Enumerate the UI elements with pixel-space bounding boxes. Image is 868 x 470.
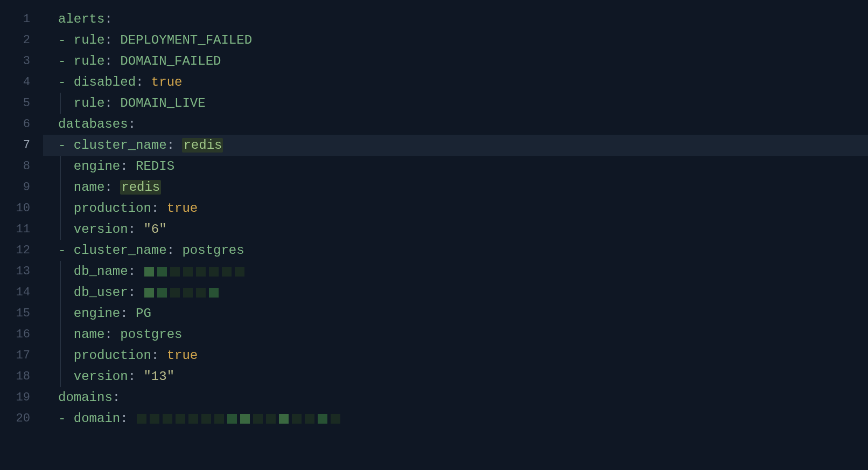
code-line[interactable]: engine: PG [43,303,868,324]
token-match: redis [182,138,223,153]
token-dash: - [58,33,74,47]
line-number: 9 [0,177,43,198]
code-line[interactable]: production: true [43,345,868,366]
code-line[interactable]: domains: [43,387,868,408]
indent-guide [60,282,61,303]
code-area[interactable]: alerts:- rule: DEPLOYMENT_FAILED- rule: … [43,0,868,470]
token-value: postgres [120,327,182,342]
line-number: 6 [0,114,43,135]
token-value: REDIS [136,159,174,174]
indent-guide [60,177,61,198]
token-colon: : [136,75,151,89]
token-key: engine [74,306,120,321]
token-key: rule [74,96,105,110]
line-number: 2 [0,30,43,51]
token-key: rule [74,33,105,47]
line-number: 18 [0,366,43,387]
line-number: 20 [0,408,43,429]
redacted-value [144,288,219,298]
indent-guide [60,345,61,366]
code-line[interactable]: db_name: [43,261,868,282]
token-colon: : [167,138,183,153]
token-colon: : [128,264,144,279]
token-dash: - [58,75,74,89]
code-line[interactable]: - disabled: true [43,72,868,93]
redacted-value [137,414,340,424]
token-bool: true [167,201,198,216]
token-colon: : [113,390,120,405]
token-colon: : [104,12,112,26]
code-line[interactable]: - cluster_name: redis [43,135,868,156]
token-colon: : [104,96,120,110]
token-key: production [74,348,151,363]
redacted-value [144,267,244,277]
token-key: cluster_name [74,138,167,153]
token-key: name [74,327,105,342]
token-key: databases [58,117,128,132]
token-colon: : [128,369,144,384]
token-colon: : [167,243,183,258]
indent-guide [60,198,61,219]
token-key: disabled [74,75,136,89]
indent-guide [60,303,61,324]
line-number: 19 [0,387,43,408]
line-number: 3 [0,51,43,72]
token-colon: : [128,117,136,132]
token-value: postgres [182,243,244,258]
line-number-gutter: 1234567891011121314151617181920 [0,0,43,470]
token-colon: : [104,33,120,47]
token-colon: : [120,306,136,321]
token-match: redis [120,180,161,195]
line-number: 8 [0,156,43,177]
code-line[interactable]: db_user: [43,282,868,303]
token-string: "6" [143,222,166,237]
token-bool: true [167,348,198,363]
code-line[interactable]: version: "6" [43,219,868,240]
line-number: 4 [0,72,43,93]
token-key: domain [74,411,120,426]
indent-guide [60,261,61,282]
token-colon: : [128,222,144,237]
code-line[interactable]: name: redis [43,177,868,198]
token-colon: : [151,348,167,363]
indent-guide [60,156,61,177]
code-line[interactable]: - rule: DEPLOYMENT_FAILED [43,30,868,51]
token-key: engine [74,159,120,174]
line-number: 10 [0,198,43,219]
token-colon: : [104,327,120,342]
line-number: 1 [0,9,43,30]
line-number: 14 [0,282,43,303]
token-key: rule [74,54,105,68]
token-value: DOMAIN_LIVE [120,96,205,110]
code-line[interactable]: - rule: DOMAIN_FAILED [43,51,868,72]
code-editor[interactable]: 1234567891011121314151617181920 alerts:-… [0,0,868,470]
code-line[interactable]: version: "13" [43,366,868,387]
code-line[interactable]: production: true [43,198,868,219]
token-key: cluster_name [74,243,167,258]
line-number: 16 [0,324,43,345]
token-colon: : [120,159,136,174]
token-value: DEPLOYMENT_FAILED [120,33,252,47]
token-value: DOMAIN_FAILED [120,54,221,68]
code-line[interactable]: alerts: [43,9,868,30]
code-line[interactable]: - cluster_name: postgres [43,240,868,261]
code-line[interactable]: rule: DOMAIN_LIVE [43,93,868,114]
code-line[interactable]: - domain: [43,408,868,429]
indent-guide [60,366,61,387]
line-number: 15 [0,303,43,324]
line-number: 12 [0,240,43,261]
line-number: 13 [0,261,43,282]
token-key: domains [58,390,113,405]
token-colon: : [104,54,120,68]
token-key: production [74,201,151,216]
indent-guide [60,219,61,240]
line-number: 17 [0,345,43,366]
token-key: name [74,180,105,195]
token-key: db_user [74,285,128,300]
code-line[interactable]: databases: [43,114,868,135]
token-key: version [74,369,128,384]
code-line[interactable]: name: postgres [43,324,868,345]
token-dash: - [58,411,74,426]
token-bool: true [151,75,183,89]
code-line[interactable]: engine: REDIS [43,156,868,177]
